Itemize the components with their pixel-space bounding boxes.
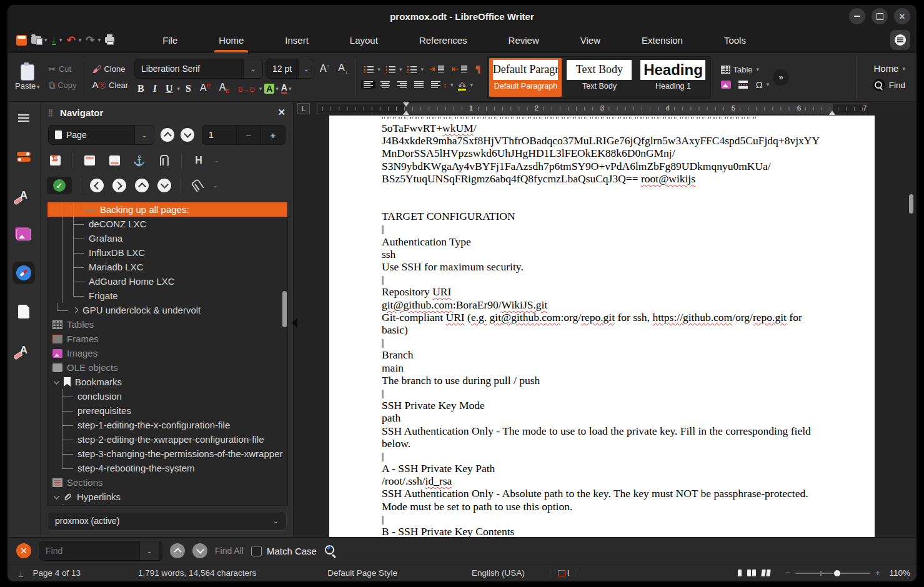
tree-item-backing-up-all-pages[interactable]: Backing up all pages:	[47, 202, 287, 217]
highlight-dropdown-icon[interactable]: ▾	[276, 86, 279, 92]
font-color-dropdown-icon[interactable]: ▾	[289, 86, 292, 92]
find-history-dropdown-icon[interactable]: ⌄	[139, 541, 159, 560]
list-box-toggle-button[interactable]: ✓	[47, 177, 72, 194]
find-input[interactable]	[39, 546, 139, 556]
doc-line[interactable]: below.	[382, 437, 822, 450]
doc-line[interactable]: git@github.com:BoraEr90/WikiJS.git	[382, 298, 822, 311]
content-navigation-view-button[interactable]	[47, 152, 63, 169]
tree-item-frames[interactable]: Frames	[47, 332, 287, 346]
document-switcher-combobox[interactable]: proxmox (active) ⌄	[47, 511, 287, 531]
set-reminder-button[interactable]	[156, 152, 172, 169]
close-button[interactable]: ✕	[894, 8, 910, 24]
doc-line[interactable]: J4B4xkdeR9mha7Sxf8HjVThfrOBadqco37MuLRIG…	[382, 134, 822, 147]
sidebar-splitter-handle[interactable]	[292, 318, 297, 328]
insert-image-button[interactable]	[718, 79, 733, 90]
chevron-down-icon[interactable]	[51, 495, 61, 498]
tab-stop-selector[interactable]: L	[297, 103, 310, 114]
match-case-checkbox[interactable]	[251, 546, 262, 556]
zoom-in-button[interactable]: +	[875, 568, 880, 578]
drag-mode-button[interactable]	[189, 177, 206, 194]
tab-review[interactable]: Review	[488, 27, 560, 52]
previous-page-button[interactable]	[161, 128, 174, 142]
bold-button[interactable]: B	[134, 82, 147, 95]
open-dropdown-icon[interactable]: ▾	[44, 37, 47, 43]
book-view-button[interactable]	[762, 570, 770, 576]
tree-item-step-2-editing-the-xwrapper-configuratio[interactable]: step-2-editing-the-xwrapper-configuratio…	[47, 432, 287, 446]
doc-line[interactable]: Use SSH for maximum security.	[382, 260, 822, 273]
doc-line[interactable]: SSH Private Key Mode	[382, 399, 822, 412]
line-spacing-dropdown-icon[interactable]: ▾	[450, 82, 454, 88]
tree-item-grafana[interactable]: Grafana	[47, 231, 287, 245]
left-indent-marker[interactable]	[403, 111, 409, 115]
doc-line[interactable]: A - SSH Private Key Path	[382, 462, 822, 475]
doc-line[interactable]: Git-compliant URI (e.g. git@github.com:o…	[382, 311, 822, 323]
underline-button[interactable]: U	[162, 82, 176, 95]
doc-line[interactable]	[382, 273, 822, 285]
undo-icon[interactable]: ↶	[67, 33, 76, 47]
highlight-color-button[interactable]: A	[264, 84, 274, 94]
doc-line[interactable]	[382, 387, 822, 399]
find-previous-button[interactable]	[170, 543, 185, 558]
find-and-replace-icon[interactable]	[324, 545, 337, 557]
tree-item-step-3-changing-the-permissions-of-the-x[interactable]: step-3-changing-the-permissions-of-the-x…	[47, 446, 287, 461]
insert-special-character-button[interactable]: Ω	[753, 78, 765, 91]
tab-insert[interactable]: Insert	[264, 27, 329, 52]
header-button[interactable]	[81, 152, 97, 169]
grow-font-button[interactable]: A↑	[317, 62, 332, 75]
page-number-increment[interactable]: +	[261, 126, 285, 144]
align-right-button[interactable]	[395, 80, 409, 89]
paste-button[interactable]: Paste ▾	[12, 64, 42, 91]
undo-dropdown-icon[interactable]: ▾	[79, 37, 82, 43]
strikethrough-button[interactable]: S	[182, 82, 194, 95]
doc-line[interactable]	[382, 197, 822, 210]
horizontal-ruler[interactable]: 1234567	[317, 103, 867, 114]
find-close-button[interactable]: ✕	[16, 543, 31, 558]
selection-mode-status[interactable]: I	[550, 568, 577, 578]
zoom-slider[interactable]	[795, 573, 870, 574]
sidebar-item-navigator[interactable]	[12, 262, 35, 284]
doc-line[interactable]	[382, 336, 822, 348]
save-dropdown-icon[interactable]: ▾	[59, 37, 62, 43]
doc-line[interactable]: /root/.ssh/id_rsa	[382, 475, 822, 487]
doc-line[interactable]: SSH Authentication Only - Absolute path …	[382, 487, 822, 500]
tree-item-frigate[interactable]: Frigate	[47, 289, 287, 303]
table-dropdown-icon[interactable]: ▾	[757, 66, 760, 72]
doc-line[interactable]: S3N9ybdKWgaAy4vBYFj1FaAzsdh7p6tmSY9O+vPd…	[382, 160, 822, 172]
next-page-button[interactable]	[181, 128, 194, 142]
doc-line[interactable]	[382, 223, 822, 235]
maximize-button[interactable]	[872, 8, 888, 24]
bullet-list-button[interactable]	[361, 64, 376, 74]
document-text[interactable]: 5oTaFwvRT+wkUM/J4B4xkdeR9mha7Sxf8HjVThfr…	[329, 116, 875, 537]
heading-levels-dropdown-icon[interactable]: ⌄	[214, 157, 219, 164]
minimize-button[interactable]	[849, 8, 865, 24]
toolbar-find-button[interactable]: Find	[873, 79, 905, 91]
paragraph-background-dropdown-icon[interactable]: ▾	[470, 82, 473, 88]
menubar-toggle-button[interactable]	[890, 30, 910, 50]
tree-item-bookmarks[interactable]: Bookmarks	[47, 375, 287, 389]
save-icon[interactable]: ↓	[52, 35, 57, 45]
tab-extension[interactable]: Extension	[621, 27, 703, 52]
font-size-combobox[interactable]: 12 pt ⌄	[266, 59, 314, 79]
special-character-dropdown-icon[interactable]: ▾	[767, 81, 770, 87]
footer-button[interactable]	[106, 152, 122, 169]
font-name-dropdown-icon[interactable]: ⌄	[243, 59, 262, 78]
tree-item-gpu-underclock-undervolt[interactable]: GPU underclock & undervolt	[47, 303, 287, 317]
chevron-down-icon[interactable]	[51, 380, 61, 383]
print-icon[interactable]	[105, 33, 114, 47]
outline-list-button[interactable]	[404, 64, 419, 74]
insert-page-break-button[interactable]	[736, 79, 750, 90]
multi-page-view-button[interactable]	[747, 570, 756, 576]
tree-item-sections[interactable]: Sections	[47, 475, 287, 490]
promote-item-button[interactable]	[135, 179, 149, 192]
tab-file[interactable]: File	[142, 27, 198, 52]
cut-button[interactable]: ✂Cut	[46, 62, 79, 76]
doc-line[interactable]: basic)	[382, 323, 822, 336]
back-button[interactable]	[90, 179, 104, 192]
tab-layout[interactable]: Layout	[329, 27, 399, 52]
line-spacing-button[interactable]: ↕	[429, 80, 449, 90]
demote-item-button[interactable]	[157, 179, 171, 192]
character-spacing-dropdown-icon[interactable]: ▾	[259, 86, 262, 92]
doc-line[interactable]: Branch	[382, 348, 822, 361]
tree-item-tables[interactable]: Tables	[47, 317, 287, 332]
tree-item-prerequisites[interactable]: prerequisites	[47, 403, 287, 418]
